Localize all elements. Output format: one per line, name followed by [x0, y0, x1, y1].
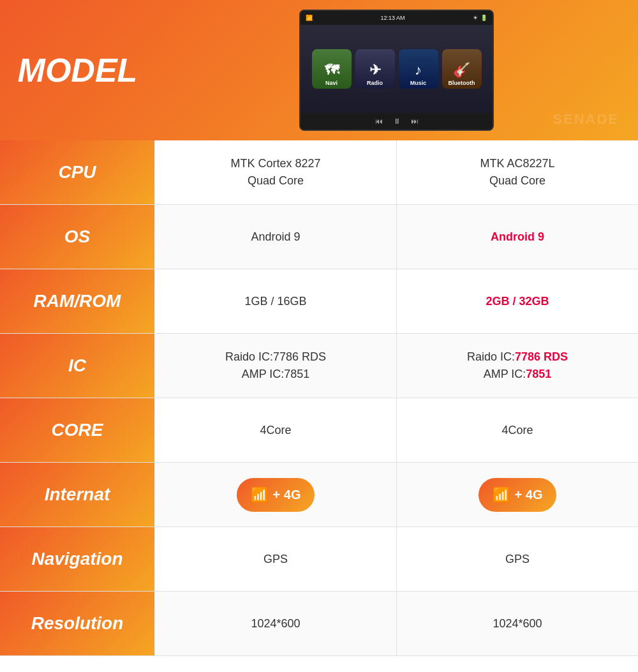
cpu-row: CPU MTK Cortex 8227Quad Core MTK AC8227L… [0, 140, 638, 205]
cpu-col2-value: MTK AC8227LQuad Core [480, 155, 554, 190]
music-app-icon: ♪ Music [399, 49, 438, 89]
ramrom-col1-value: 1GB / 16GB [244, 293, 306, 310]
screen-main: 🗺 Navi ✈ Radio ♪ Music 🎸 Bluetooth [300, 25, 493, 113]
watermark: SENADE [553, 111, 619, 128]
ramrom-row: RAM/ROM 1GB / 16GB 2GB / 32GB [0, 269, 638, 334]
device-screen: 📶 12:13 AM ☀ 🔋 🗺 Navi ✈ Radio [299, 10, 494, 131]
ic-label-cell: IC [0, 334, 155, 398]
os-col2-value: Android 9 [491, 228, 544, 246]
navi-app-icon: 🗺 Navi [312, 49, 352, 89]
ramrom-col2: 2GB / 32GB [397, 269, 638, 333]
os-col1: Android 9 [155, 205, 397, 269]
os-col1-value: Android 9 [251, 228, 300, 246]
header-row: MODEL 📶 12:13 AM ☀ 🔋 🗺 Navi [0, 0, 638, 140]
ic-col2-value: Raido IC:7786 RDS AMP IC:7851 [467, 348, 568, 383]
navigation-label-cell: Navigation [0, 527, 155, 591]
ic-col1: Raido IC:7786 RDSAMP IC:7851 [155, 334, 397, 398]
core-col1: 4Core [155, 398, 397, 462]
cpu-col1: MTK Cortex 8227Quad Core [155, 140, 397, 204]
internat-col1: 📶 + 4G [155, 463, 397, 526]
wifi-text-col2: + 4G [515, 485, 543, 504]
screen-icons: ☀ 🔋 [473, 15, 487, 21]
wifi-text-col1: + 4G [273, 485, 301, 504]
ramrom-col1: 1GB / 16GB [155, 269, 397, 333]
resolution-row: Resolution 1024*600 1024*600 [0, 592, 638, 656]
resolution-col1-value: 1024*600 [251, 615, 300, 632]
ramrom-label: RAM/ROM [34, 291, 121, 311]
resolution-col1: 1024*600 [155, 592, 397, 655]
resolution-col2: 1024*600 [397, 592, 638, 655]
core-col2-value: 4Core [501, 422, 533, 439]
page-container: MODEL 📶 12:13 AM ☀ 🔋 🗺 Navi [0, 0, 638, 656]
radio-app-icon: ✈ Radio [355, 49, 395, 89]
music-label: Music [410, 80, 427, 86]
internat-col2: 📶 + 4G [397, 463, 638, 526]
ic-col2: Raido IC:7786 RDS AMP IC:7851 [397, 334, 638, 398]
ic-col1-value: Raido IC:7786 RDSAMP IC:7851 [225, 348, 326, 383]
navi-icon-symbol: 🗺 [325, 62, 339, 78]
resolution-col2-value: 1024*600 [493, 615, 542, 632]
os-row: OS Android 9 Android 9 [0, 205, 638, 269]
header-label-cell: MODEL [0, 0, 155, 140]
wifi-badge-col1: 📶 + 4G [237, 478, 315, 512]
ic-col2-amp: 7851 [526, 368, 551, 380]
resolution-label: Resolution [31, 613, 124, 634]
screen-top-bar: 📶 12:13 AM ☀ 🔋 [300, 11, 493, 25]
navigation-label: Navigation [31, 549, 122, 569]
screen-wifi-icon: 📶 [306, 15, 313, 21]
music-icon-symbol: ♪ [415, 62, 422, 78]
ic-label: IC [68, 355, 86, 376]
ic-col2-rds: 7786 RDS [515, 350, 568, 363]
bluetooth-app-icon: 🎸 Bluetooth [442, 49, 482, 89]
header-content-area: 📶 12:13 AM ☀ 🔋 🗺 Navi ✈ Radio [155, 0, 638, 140]
core-label-cell: CORE [0, 398, 155, 462]
resolution-label-cell: Resolution [0, 592, 155, 655]
navi-label: Navi [325, 80, 338, 86]
core-col1-value: 4Core [260, 422, 291, 439]
bluetooth-icon-symbol: 🎸 [453, 62, 470, 78]
internat-label-cell: Internat [0, 463, 155, 526]
internat-row: Internat 📶 + 4G 📶 + 4G [0, 463, 638, 527]
brightness-icon: ☀ [473, 15, 478, 21]
navigation-col1: GPS [155, 527, 397, 591]
navigation-col2: GPS [397, 527, 638, 591]
cpu-col2: MTK AC8227LQuad Core [397, 140, 638, 204]
os-label: OS [64, 227, 90, 247]
wifi-badge-col2: 📶 + 4G [478, 478, 557, 512]
internat-label: Internat [45, 484, 110, 505]
radio-label: Radio [367, 80, 383, 86]
prev-control: ⏮ [375, 117, 383, 126]
cpu-label-cell: CPU [0, 140, 155, 204]
cpu-col1-value: MTK Cortex 8227Quad Core [230, 155, 320, 190]
radio-icon-symbol: ✈ [369, 62, 381, 78]
cpu-label: CPU [58, 162, 96, 183]
wifi-icon-col2: 📶 [493, 484, 510, 505]
navigation-row: Navigation GPS GPS [0, 527, 638, 592]
screen-time: 12:13 AM [380, 15, 404, 21]
wifi-icon-col1: 📶 [251, 484, 268, 505]
battery-icon: 🔋 [480, 15, 487, 21]
os-col2: Android 9 [397, 205, 638, 269]
navigation-col1-value: GPS [263, 551, 288, 568]
navigation-col2-value: GPS [505, 551, 530, 568]
model-label: MODEL [18, 51, 138, 89]
core-row: CORE 4Core 4Core [0, 398, 638, 463]
ramrom-label-cell: RAM/ROM [0, 269, 155, 333]
bluetooth-label: Bluetooth [449, 80, 475, 86]
screen-bottom-controls: ⏮ ⏸ ⏭ [300, 113, 493, 130]
next-control: ⏭ [411, 117, 419, 126]
core-col2: 4Core [397, 398, 638, 462]
core-label: CORE [52, 420, 103, 440]
play-control: ⏸ [393, 117, 401, 126]
ramrom-col2-value: 2GB / 32GB [486, 293, 549, 310]
os-label-cell: OS [0, 205, 155, 269]
ic-row: IC Raido IC:7786 RDSAMP IC:7851 Raido IC… [0, 334, 638, 398]
